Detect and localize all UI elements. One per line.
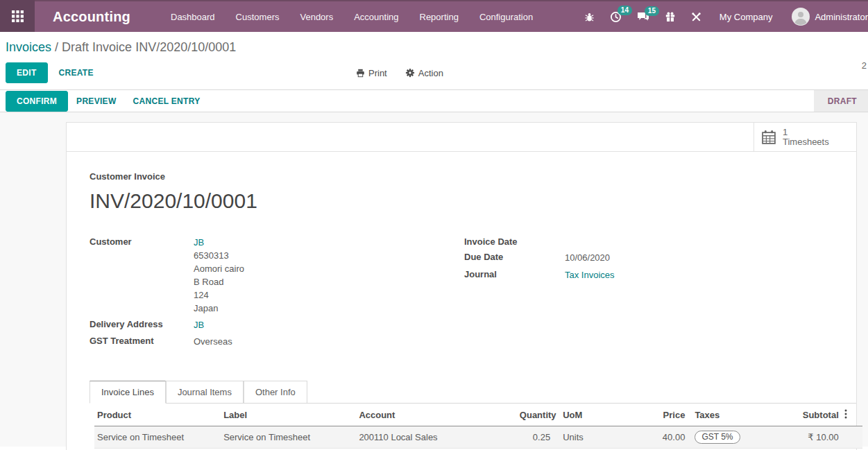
journal-link[interactable]: Tax Invoices <box>565 268 615 282</box>
gst-treatment-value: Overseas <box>194 335 232 348</box>
menu-item-reporting[interactable]: Reporting <box>420 12 459 22</box>
due-date-value[interactable]: 10/06/2020 <box>565 251 610 264</box>
line-price: 40.00 <box>654 426 688 449</box>
gift-button[interactable] <box>665 11 676 22</box>
col-header-product[interactable]: Product <box>94 404 221 426</box>
col-header-taxes[interactable]: Taxes <box>688 404 790 426</box>
breadcrumb-parent-link[interactable]: Invoices <box>6 40 51 54</box>
field-groups: Customer JB 6530313 Aomori cairo B Road … <box>90 236 856 352</box>
col-header-account[interactable]: Account <box>356 404 516 426</box>
sheet-content: Customer Invoice INV/2020/10/0001 Custom… <box>67 152 856 449</box>
stat-button-label: Timesheets <box>783 137 829 147</box>
user-menu[interactable]: Administrator <box>792 8 868 26</box>
due-date-field-label: Due Date <box>464 251 565 264</box>
col-header-uom[interactable]: UoM <box>553 404 654 426</box>
messages-button[interactable]: 15 <box>637 12 649 22</box>
line-subtotal: ₹ 10.00 <box>790 426 841 449</box>
printer-icon <box>356 69 365 78</box>
pager[interactable]: 2 <box>862 60 867 71</box>
tax-badge: GST 5% <box>695 431 740 444</box>
bug-icon <box>584 12 595 22</box>
customer-link[interactable]: JB <box>194 236 244 249</box>
tab-journal-items[interactable]: Journal Items <box>166 381 244 404</box>
customer-address-line: Aomori cairo <box>194 262 244 275</box>
apps-menu-button[interactable] <box>0 0 35 32</box>
document-type-label: Customer Invoice <box>90 171 856 182</box>
tab-invoice-lines[interactable]: Invoice Lines <box>90 381 166 404</box>
systray: 14 15 My Company <box>584 8 868 26</box>
timesheets-stat-button[interactable]: 1 Timesheets <box>754 123 856 151</box>
app-title[interactable]: Accounting <box>53 9 130 25</box>
partner-group: Customer JB 6530313 Aomori cairo B Road … <box>90 236 464 352</box>
status-badge: DRAFT <box>828 96 857 106</box>
line-label: Service on Timesheet <box>221 426 356 449</box>
top-navbar: Accounting Dashboard Customers Vendors A… <box>0 0 868 32</box>
optional-columns-toggle[interactable] <box>842 404 862 426</box>
company-switcher[interactable]: My Company <box>720 12 773 22</box>
form-view: 1 Timesheets Customer Invoice INV/2020/1… <box>0 112 868 447</box>
line-taxes: GST 5% <box>688 426 790 449</box>
customer-address-line: Japan <box>194 302 244 315</box>
customer-address-line: 6530313 <box>194 249 244 262</box>
notebook: Invoice Lines Journal Items Other Info P… <box>90 381 856 449</box>
invoice-sheet: 1 Timesheets Customer Invoice INV/2020/1… <box>66 122 857 450</box>
button-box: 1 Timesheets <box>67 122 856 152</box>
stat-button-count: 1 <box>783 128 829 137</box>
tab-bar: Invoice Lines Journal Items Other Info <box>90 381 856 404</box>
line-quantity: 0.25 <box>517 426 553 449</box>
gift-icon <box>665 11 676 22</box>
activities-button[interactable]: 14 <box>610 11 622 23</box>
gst-treatment-field-label: GST Treatment <box>90 335 194 348</box>
statusbar: CONFIRM PREVIEW CANCEL ENTRY DRAFT <box>0 89 868 112</box>
breadcrumb-separator: / <box>55 40 58 54</box>
col-header-price[interactable]: Price <box>654 404 688 426</box>
calendar-icon <box>761 130 776 145</box>
menu-item-dashboard[interactable]: Dashboard <box>171 12 215 22</box>
customer-address-line: 124 <box>194 288 244 302</box>
invoice-number: INV/2020/10/0001 <box>90 189 856 213</box>
delivery-address-field-label: Delivery Address <box>90 318 194 331</box>
control-panel-buttons: EDIT CREATE Print <box>6 60 868 85</box>
line-account: 200110 Local Sales <box>356 426 516 449</box>
menu-item-customers[interactable]: Customers <box>236 12 280 22</box>
tools-icon <box>691 12 701 22</box>
tab-other-info[interactable]: Other Info <box>244 381 307 404</box>
breadcrumb-current: Draft Invoice INV/2020/10/0001 <box>62 40 236 54</box>
customer-address-line: B Road <box>194 275 244 288</box>
menu-item-accounting[interactable]: Accounting <box>354 12 398 22</box>
print-menu[interactable]: Print <box>356 68 387 78</box>
action-menu[interactable]: Action <box>405 68 443 78</box>
action-label: Action <box>418 68 443 78</box>
menu-item-configuration[interactable]: Configuration <box>479 12 533 22</box>
menu-item-vendors[interactable]: Vendors <box>300 12 333 22</box>
invoice-date-field-label: Invoice Date <box>464 236 565 247</box>
debug-button[interactable] <box>584 12 595 22</box>
breadcrumb: Invoices / Draft Invoice INV/2020/10/000… <box>6 39 868 60</box>
create-button[interactable]: CREATE <box>48 63 105 83</box>
edit-button[interactable]: EDIT <box>6 62 48 83</box>
gear-icon <box>405 68 415 78</box>
delivery-address-link[interactable]: JB <box>194 318 204 331</box>
main-menu: Dashboard Customers Vendors Accounting R… <box>171 12 533 22</box>
activity-count-badge: 14 <box>618 6 632 15</box>
col-header-subtotal[interactable]: Subtotal <box>790 404 841 426</box>
tools-button[interactable] <box>691 12 701 22</box>
user-name: Administrator <box>815 12 868 22</box>
preview-button[interactable]: PREVIEW <box>68 92 124 111</box>
confirm-button[interactable]: CONFIRM <box>6 91 68 112</box>
status-stage[interactable]: DRAFT <box>814 90 868 112</box>
vertical-dots-icon <box>844 409 847 419</box>
invoice-lines-table: Product Label Account Quantity UoM Price… <box>94 404 862 449</box>
col-header-quantity[interactable]: Quantity <box>517 404 553 426</box>
cancel-entry-button[interactable]: CANCEL ENTRY <box>125 92 209 111</box>
print-label: Print <box>368 68 387 78</box>
table-header-row: Product Label Account Quantity UoM Price… <box>94 404 862 426</box>
invoice-line-row[interactable]: Service on Timesheet Service on Timeshee… <box>94 426 862 449</box>
line-uom: Units <box>553 426 654 449</box>
message-count-badge: 15 <box>645 6 659 16</box>
journal-field-label: Journal <box>464 268 565 282</box>
apps-grid-icon <box>12 10 24 22</box>
avatar <box>792 8 810 26</box>
col-header-label[interactable]: Label <box>221 404 356 426</box>
customer-field-label: Customer <box>90 236 194 315</box>
